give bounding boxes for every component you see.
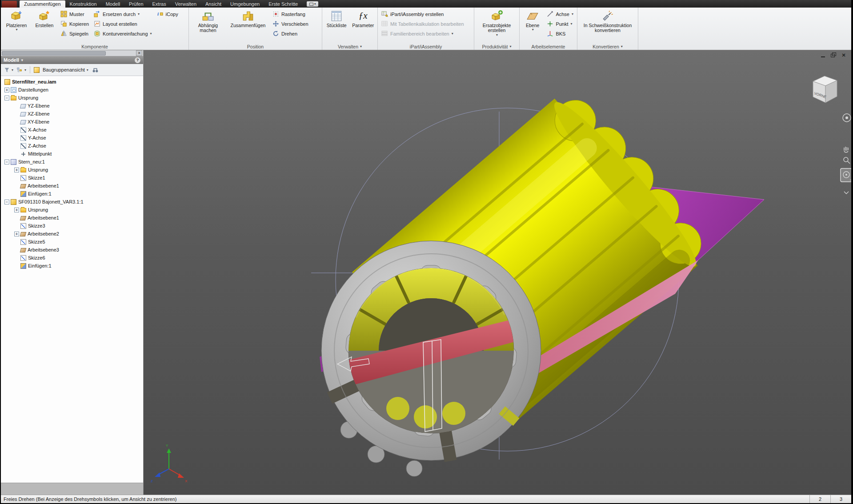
punkt-button[interactable]: Punkt ▾: [545, 19, 575, 28]
application-menu-button[interactable]: [2, 1, 17, 8]
tree-item-stern-neu-1[interactable]: −Stern_neu:1: [1, 158, 143, 166]
workplane-indicator[interactable]: [423, 340, 442, 432]
abhaengig-machen-button[interactable]: Abhängig machen: [191, 8, 225, 33]
tree-item-sf091310-bajonett-var3-1-1[interactable]: −SF091310 Bajonett_VAR3.1:1: [1, 198, 143, 206]
tree-item-x-achse[interactable]: X-Achse: [1, 126, 143, 134]
tree-item-einf-gen-1[interactable]: Einfügen:1: [1, 190, 143, 198]
drehen-button[interactable]: Drehen: [271, 29, 310, 38]
platzieren-button[interactable]: Platzieren ▾: [3, 8, 30, 32]
tree-expander-icon[interactable]: −: [4, 200, 9, 204]
tree-item-ursprung[interactable]: +Ursprung: [1, 166, 143, 174]
tree-expander-icon[interactable]: +: [4, 88, 9, 92]
ribbon-tab-ansicht[interactable]: Ansicht: [201, 0, 226, 8]
zusammenfuegen-button[interactable]: Zusammenfügen: [227, 8, 269, 28]
ribbon-tab-extras[interactable]: Extras: [148, 0, 171, 8]
navbar-chevron-icon[interactable]: [844, 192, 849, 194]
ribbon-group-label-komponente[interactable]: Komponente: [1, 43, 188, 50]
ipart-erstellen-button[interactable]: iPart/iAssembly erstellen: [380, 9, 445, 19]
familienbereich-button[interactable]: Familienbereich bearbeiten ▾: [380, 29, 455, 38]
konturvereinfachung-button[interactable]: Konturvereinfachung ▾: [92, 29, 154, 38]
achse-button[interactable]: Achse ▾: [545, 9, 575, 19]
tree-item-sternfilter-neu-iam[interactable]: Sternfilter_neu.iam: [1, 78, 143, 86]
tree-item-skizze5[interactable]: Skizze5: [1, 238, 143, 246]
zoom-icon[interactable]: [844, 157, 850, 164]
tree-item-arbeitsebene1[interactable]: Arbeitsebene1: [1, 182, 143, 190]
tree-item-arbeitsebene3[interactable]: Arbeitsebene3: [1, 246, 143, 254]
erstellen-button[interactable]: Erstellen: [32, 8, 57, 28]
verschieben-button[interactable]: Verschieben: [271, 19, 310, 28]
pan-hand-icon[interactable]: [844, 147, 848, 152]
spiegeln-button[interactable]: Spiegeln: [59, 29, 91, 38]
tree-expander-icon[interactable]: +: [14, 168, 19, 172]
stueckliste-button[interactable]: Stückliste: [324, 8, 349, 28]
tree-item-xy-ebene[interactable]: XY-Ebene: [1, 118, 143, 126]
ribbon-group-label-arbeitselemente[interactable]: Arbeitselemente: [520, 43, 577, 50]
icopy-button[interactable]: i iCopy: [155, 9, 180, 19]
tree-item-label: Ursprung: [18, 95, 38, 100]
tree-item-z-achse[interactable]: Z-Achse: [1, 142, 143, 150]
zusammenfuegen-label: Zusammenfügen: [231, 23, 266, 28]
tree-item-skizze6[interactable]: Skizze6: [1, 254, 143, 262]
ribbon-tab-konstruktion[interactable]: Konstruktion: [65, 0, 101, 8]
ribbon-tab-erste-schritte[interactable]: Erste Schritte: [264, 0, 302, 8]
ucs-icon: [547, 30, 554, 37]
ribbon-group-label-ipart[interactable]: iPart/iAssembly: [378, 43, 474, 50]
tree-item-skizze1[interactable]: Skizze1: [1, 174, 143, 182]
tree-expander-icon[interactable]: +: [14, 208, 19, 212]
close-window-icon[interactable]: ✕: [841, 52, 847, 58]
muster-button[interactable]: Muster: [59, 9, 91, 19]
help-icon[interactable]: ?: [135, 57, 140, 63]
tree-item-yz-ebene[interactable]: YZ-Ebene: [1, 102, 143, 110]
tree-item-xz-ebene[interactable]: XZ-Ebene: [1, 110, 143, 118]
browser-filter-button[interactable]: ▾: [3, 67, 15, 73]
tree-item-arbeitsebene1[interactable]: Arbeitsebene1: [1, 214, 143, 222]
ribbon-tab-verwalten[interactable]: Verwalten: [171, 0, 201, 8]
graphics-viewport[interactable]: VORNE Y X Z: [144, 50, 851, 495]
browser-view-mode-select[interactable]: Baugruppenansicht ▾: [32, 67, 90, 73]
ribbon-tab-pr-fen[interactable]: Prüfen: [124, 0, 148, 8]
browser-display-options-button[interactable]: ▾: [16, 67, 28, 73]
ribbon-tab-zusammenf-gen[interactable]: Zusammenfügen: [20, 0, 65, 8]
tree-expander-icon[interactable]: −: [4, 96, 9, 100]
panel-close-icon[interactable]: ✕: [136, 50, 142, 56]
ebene-button[interactable]: Ebene ▾: [521, 8, 544, 32]
tree-item-mittelpunkt[interactable]: Mittelpunkt: [1, 150, 143, 158]
ersetzen-durch-button[interactable]: Ersetzen durch ▾: [92, 9, 154, 19]
tree-item-ursprung[interactable]: −Ursprung: [1, 94, 143, 102]
parameter-button[interactable]: ƒx Parameter: [351, 8, 376, 28]
browser-panel-header[interactable]: Modell ▾ ?: [1, 56, 143, 64]
minimize-window-icon[interactable]: [820, 52, 826, 58]
bks-button[interactable]: BKS: [545, 29, 575, 38]
ribbon-group-label-position[interactable]: Position: [189, 43, 322, 50]
browser-scrollbar-thumb[interactable]: [2, 51, 106, 56]
group-label-text: Verwalten: [338, 44, 358, 49]
ribbon-group-label-produktivitaet[interactable]: Produktivität▾: [474, 43, 519, 50]
chevron-down-icon: ▾: [360, 44, 362, 48]
kopieren-button[interactable]: Kopieren: [59, 19, 91, 28]
ribbon-display-toggle[interactable]: ▾: [307, 1, 318, 7]
rasterfang-button[interactable]: Rasterfang: [271, 9, 310, 19]
viewcube[interactable]: VORNE: [813, 76, 837, 103]
ribbon-tab-modell[interactable]: Modell: [101, 0, 124, 8]
tree-item-skizze3[interactable]: Skizze3: [1, 222, 143, 230]
tree-item-ursprung[interactable]: +Ursprung: [1, 206, 143, 214]
create-component-icon: [38, 10, 51, 22]
tree-item-einf-gen-1[interactable]: Einfügen:1: [1, 262, 143, 270]
tree-expander-icon[interactable]: −: [4, 160, 9, 164]
ribbon-group-label-verwalten[interactable]: Verwalten▾: [322, 43, 377, 50]
ersatzobjekte-button[interactable]: Ersatzobjekte erstellen ▾: [476, 8, 517, 37]
tree-item-arbeitsebene2[interactable]: +Arbeitsebene2: [1, 230, 143, 238]
grid-snap-icon: [272, 11, 280, 18]
ribbon-group-label-konvertieren[interactable]: Konvertieren▾: [577, 43, 638, 50]
orbit-icon[interactable]: [841, 168, 851, 182]
ribbon-tab-umgebungen[interactable]: Umgebungen: [226, 0, 264, 8]
steering-wheel-icon[interactable]: [843, 114, 851, 122]
tree-item-darstellungen[interactable]: +Darstellungen: [1, 86, 143, 94]
browser-search-button[interactable]: [91, 67, 100, 73]
restore-window-icon[interactable]: [830, 52, 837, 58]
tabellenkalkulation-button[interactable]: Mit Tabellenkalkulation bearbeiten: [380, 19, 466, 28]
schweisskonstruktion-button[interactable]: In Schweißkonstruktion konvertieren: [579, 8, 636, 33]
tree-expander-icon[interactable]: +: [14, 232, 19, 236]
layout-erstellen-button[interactable]: Layout erstellen: [92, 19, 154, 28]
tree-item-y-achse[interactable]: Y-Achse: [1, 134, 143, 142]
